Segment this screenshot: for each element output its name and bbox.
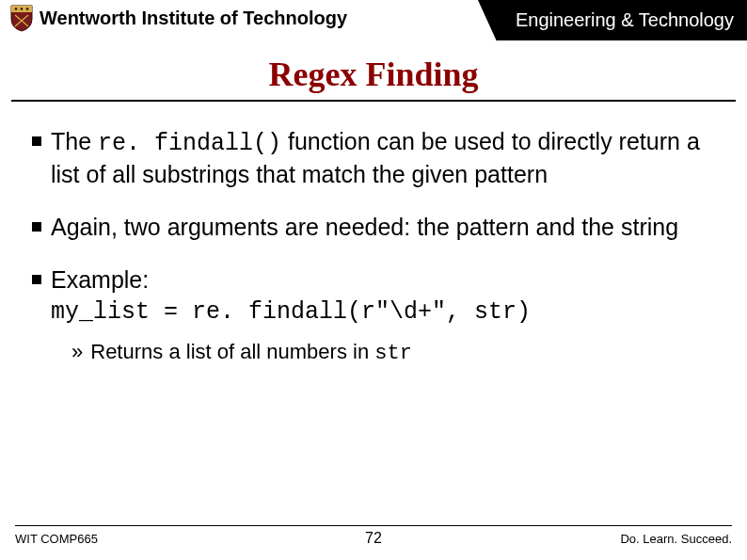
shield-icon: [9, 4, 34, 32]
footer-row: WIT COMP665 72 Do. Learn. Succeed.: [15, 530, 732, 547]
svg-point-2: [26, 8, 29, 10]
svg-point-0: [15, 8, 18, 10]
slide-header: Wentworth Institute of Technology Engine…: [0, 0, 747, 41]
slide-content: The re. findall() function can be used t…: [0, 102, 747, 368]
footer-rule: [15, 525, 732, 526]
footer-motto: Do. Learn. Succeed.: [382, 532, 732, 546]
square-bullet-icon: [32, 275, 41, 284]
text-fragment: Example:: [51, 266, 149, 293]
bullet-item: The re. findall() function can be used t…: [32, 126, 715, 189]
square-bullet-icon: [32, 222, 41, 232]
chevron-bullet-icon: »: [72, 339, 83, 368]
department-banner: Engineering & Technology: [497, 0, 747, 40]
institution-name: Wentworth Institute of Technology: [40, 8, 347, 29]
text-fragment: Returns a list of all numbers in: [90, 340, 374, 363]
bullet-text: Example: my_list = re. findall(r"\d+", s…: [51, 264, 715, 368]
code-fragment: my_list = re. findall(r"\d+", str): [51, 298, 531, 326]
sub-bullet-item: » Returns a list of all numbers in str: [72, 339, 715, 368]
bullet-item: Again, two arguments are needed: the pat…: [32, 212, 715, 242]
footer-course: WIT COMP665: [15, 532, 365, 546]
sub-bullet-text: Returns a list of all numbers in str: [90, 339, 412, 368]
slide-footer: WIT COMP665 72 Do. Learn. Succeed.: [0, 525, 747, 547]
text-fragment: The: [51, 128, 98, 154]
department-name: Engineering & Technology: [516, 9, 734, 30]
square-bullet-icon: [32, 136, 41, 146]
header-left: Wentworth Institute of Technology: [0, 0, 347, 32]
svg-point-1: [21, 8, 24, 10]
bullet-text: Again, two arguments are needed: the pat…: [51, 212, 715, 242]
code-fragment: re. findall(): [98, 130, 281, 157]
bullet-item: Example: my_list = re. findall(r"\d+", s…: [32, 264, 715, 368]
code-fragment: str: [374, 342, 412, 365]
footer-page-number: 72: [365, 530, 382, 547]
slide-title: Regex Finding: [0, 55, 747, 94]
bullet-text: The re. findall() function can be used t…: [51, 126, 715, 189]
